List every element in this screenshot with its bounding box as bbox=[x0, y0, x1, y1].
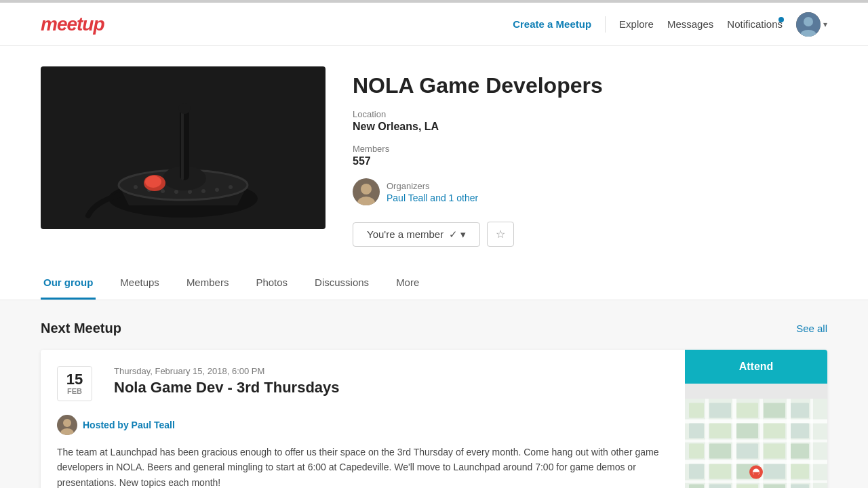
event-date-badge: 15 FEB bbox=[57, 366, 92, 401]
svg-rect-57 bbox=[791, 464, 809, 479]
svg-rect-48 bbox=[689, 444, 704, 459]
group-info: NOLA Game Developers Location New Orlean… bbox=[353, 66, 827, 247]
tab-more[interactable]: More bbox=[393, 267, 422, 300]
group-photo bbox=[41, 66, 326, 229]
nav-divider bbox=[605, 16, 606, 33]
svg-rect-62 bbox=[791, 485, 809, 488]
bookmark-icon: ☆ bbox=[496, 228, 505, 240]
member-label: You're a member bbox=[367, 228, 443, 240]
svg-point-1 bbox=[804, 17, 813, 26]
user-avatar-menu[interactable]: ▾ bbox=[796, 12, 827, 37]
event-day: 15 bbox=[66, 372, 83, 387]
svg-rect-39 bbox=[709, 403, 731, 418]
svg-point-11 bbox=[188, 190, 192, 194]
tab-meetups[interactable]: Meetups bbox=[117, 267, 162, 300]
organizer-avatar bbox=[353, 178, 380, 205]
section-title: Next Meetup bbox=[41, 321, 121, 336]
tab-members[interactable]: Members bbox=[184, 267, 232, 300]
avatar bbox=[796, 12, 821, 37]
members-label: Members bbox=[353, 144, 827, 154]
see-all-link[interactable]: See all bbox=[796, 323, 827, 334]
organizers-info: Organizers Paul Teall and 1 other bbox=[387, 181, 478, 203]
attend-button[interactable]: Attend bbox=[685, 350, 827, 384]
host-text: Hosted by Paul Teall bbox=[83, 420, 175, 430]
location-label: Location bbox=[353, 109, 827, 119]
main-content: Next Meetup See all 15 FEB Thursday, Feb… bbox=[0, 300, 868, 488]
notification-dot bbox=[778, 17, 784, 22]
explore-link[interactable]: Explore bbox=[619, 18, 654, 30]
messages-link[interactable]: Messages bbox=[667, 18, 713, 30]
bookmark-button[interactable]: ☆ bbox=[487, 222, 514, 247]
group-title: NOLA Game Developers bbox=[353, 73, 827, 98]
section-header: Next Meetup See all bbox=[41, 321, 827, 336]
svg-point-10 bbox=[174, 190, 178, 194]
svg-rect-49 bbox=[709, 444, 731, 459]
event-map[interactable] bbox=[685, 384, 827, 488]
svg-point-9 bbox=[161, 189, 165, 193]
logo[interactable]: meetup bbox=[41, 14, 104, 35]
event-description: The team at Launchpad has been gracious … bbox=[57, 445, 669, 488]
svg-rect-50 bbox=[736, 444, 758, 459]
navbar: meetup Create a Meetup Explore Messages … bbox=[0, 3, 868, 46]
notifications-link[interactable]: Notifications bbox=[727, 18, 783, 30]
event-title: Nola Game Dev - 3rd Thursdays bbox=[114, 379, 340, 396]
svg-rect-40 bbox=[736, 403, 758, 418]
tab-photos[interactable]: Photos bbox=[253, 267, 290, 300]
svg-rect-33 bbox=[705, 399, 709, 488]
organizer-name-link[interactable]: Paul Teall bbox=[387, 192, 427, 203]
svg-rect-52 bbox=[791, 444, 809, 459]
svg-rect-54 bbox=[709, 464, 731, 479]
svg-point-25 bbox=[63, 419, 71, 427]
tabs-bar: Our group Meetups Members Photos Discuss… bbox=[0, 267, 868, 300]
svg-rect-58 bbox=[689, 485, 704, 488]
host-row: Hosted by Paul Teall bbox=[57, 415, 669, 435]
svg-rect-43 bbox=[689, 424, 704, 439]
svg-rect-46 bbox=[764, 424, 785, 439]
svg-point-12 bbox=[201, 189, 205, 193]
event-header: Thursday, February 15, 2018, 6:00 PM Nol… bbox=[114, 366, 340, 406]
svg-rect-41 bbox=[764, 403, 785, 418]
svg-point-14 bbox=[229, 185, 233, 189]
organizers-row: Organizers Paul Teall and 1 other bbox=[353, 178, 827, 205]
svg-rect-59 bbox=[709, 485, 731, 488]
svg-rect-45 bbox=[736, 424, 758, 439]
svg-rect-53 bbox=[689, 464, 704, 479]
svg-rect-36 bbox=[787, 399, 791, 488]
chevron-down-icon: ▾ bbox=[823, 20, 827, 29]
location-value: New Orleans, LA bbox=[353, 121, 827, 133]
svg-rect-37 bbox=[810, 399, 813, 488]
organizers-label: Organizers bbox=[387, 181, 478, 191]
create-meetup-link[interactable]: Create a Meetup bbox=[513, 18, 591, 30]
svg-rect-44 bbox=[709, 424, 731, 439]
membership-button[interactable]: You're a member ✓ ▾ bbox=[353, 222, 480, 247]
svg-rect-47 bbox=[791, 424, 809, 439]
tab-our-group[interactable]: Our group bbox=[41, 267, 96, 300]
svg-rect-51 bbox=[764, 444, 785, 459]
map-svg bbox=[685, 384, 827, 488]
svg-rect-42 bbox=[791, 403, 809, 418]
group-image bbox=[41, 66, 326, 229]
group-hero: NOLA Game Developers Location New Orlean… bbox=[0, 46, 868, 267]
svg-point-20 bbox=[178, 103, 191, 114]
svg-point-22 bbox=[361, 184, 372, 195]
svg-rect-19 bbox=[181, 107, 184, 180]
svg-rect-60 bbox=[736, 485, 758, 488]
svg-rect-56 bbox=[764, 464, 785, 479]
svg-point-7 bbox=[134, 185, 138, 189]
event-month: FEB bbox=[67, 387, 82, 395]
svg-rect-38 bbox=[689, 403, 704, 418]
nav-right: Create a Meetup Explore Messages Notific… bbox=[513, 12, 827, 37]
checkmark-icon: ✓ ▾ bbox=[449, 228, 466, 241]
event-card: 15 FEB Thursday, February 15, 2018, 6:00… bbox=[41, 350, 827, 488]
svg-point-17 bbox=[145, 176, 161, 188]
tab-discussions[interactable]: Discussions bbox=[312, 267, 372, 300]
host-avatar bbox=[57, 415, 77, 435]
event-datetime: Thursday, February 15, 2018, 6:00 PM bbox=[114, 366, 340, 376]
organizer-name: Paul Teall and 1 other bbox=[387, 192, 478, 203]
host-name-link[interactable]: Paul Teall bbox=[132, 420, 175, 430]
svg-rect-34 bbox=[732, 399, 736, 488]
event-details: 15 FEB Thursday, February 15, 2018, 6:00… bbox=[41, 350, 685, 488]
action-row: You're a member ✓ ▾ ☆ bbox=[353, 222, 827, 247]
event-map-section: Attend bbox=[685, 350, 827, 488]
members-count: 557 bbox=[353, 155, 827, 167]
